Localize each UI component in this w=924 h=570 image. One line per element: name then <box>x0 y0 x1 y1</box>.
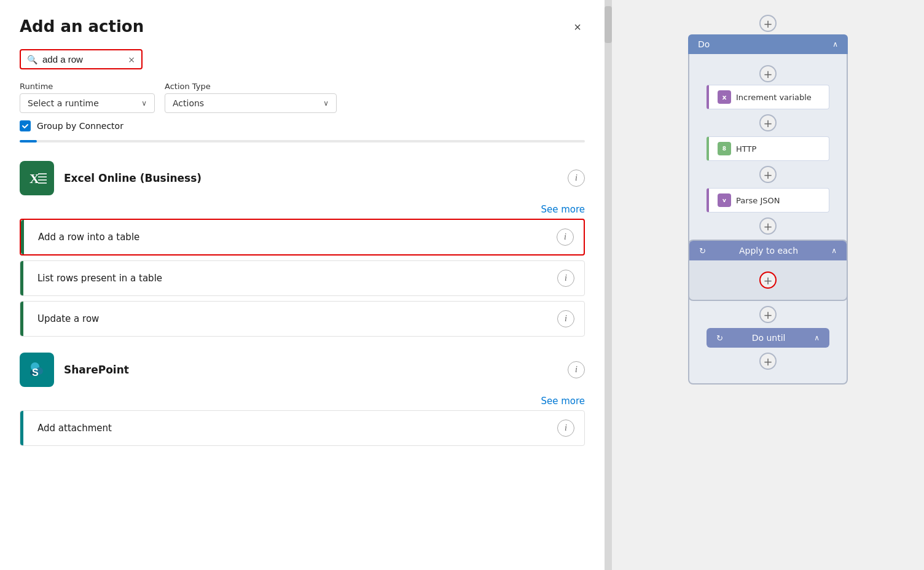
runtime-filter: Runtime Select a runtime ∨ <box>20 82 155 113</box>
action-add-row[interactable]: Add a row into a table i <box>20 219 585 256</box>
sharepoint-see-more[interactable]: See more <box>20 396 585 407</box>
svg-rect-5 <box>38 182 47 184</box>
parse-json-label: Parse JSON <box>736 196 780 205</box>
do-node[interactable]: Do ∧ <box>688 34 848 54</box>
increment-variable-node[interactable]: x Increment variable <box>707 85 829 109</box>
action-add-row-label: Add a row into a table <box>31 232 557 243</box>
do-collapse-icon: ∧ <box>832 40 838 49</box>
sharepoint-icon: S <box>20 353 54 387</box>
action-add-row-info[interactable]: i <box>557 228 574 246</box>
parse-json-node[interactable]: v Parse JSON <box>707 188 829 213</box>
http-label: HTTP <box>736 144 756 154</box>
runtime-select[interactable]: Select a runtime ∨ <box>20 93 155 113</box>
svg-rect-3 <box>38 176 47 178</box>
apply-inner-add[interactable]: + <box>759 271 777 289</box>
excel-see-more[interactable]: See more <box>20 204 585 215</box>
apply-repeat-icon: ↻ <box>699 246 706 256</box>
sharepoint-info-icon[interactable]: i <box>568 361 585 378</box>
checkmark-icon <box>22 122 29 130</box>
apply-to-each-group: ↻ Apply to each ∧ + <box>688 240 848 301</box>
after-increment-add[interactable]: + <box>759 114 777 131</box>
action-add-attachment[interactable]: Add attachment i <box>20 410 585 446</box>
do-until-repeat-icon: ↻ <box>716 334 723 343</box>
after-http-add[interactable]: + <box>759 166 777 183</box>
search-input[interactable] <box>42 54 124 64</box>
group-by-label: Group by Connector <box>37 121 123 131</box>
action-accent <box>21 220 24 254</box>
excel-icon: X <box>20 161 54 195</box>
action-accent-4 <box>20 411 23 445</box>
do-label: Do <box>698 39 710 49</box>
group-by-connector-row: Group by Connector <box>20 120 585 131</box>
search-clear-icon[interactable]: × <box>128 55 135 64</box>
svg-text:S: S <box>32 367 39 378</box>
action-list-rows-info[interactable]: i <box>557 270 574 287</box>
flow-canvas-panel: + Do ∧ + x Increment variable + 8 <box>612 0 924 570</box>
panel-title: Add an action <box>20 17 585 36</box>
search-container: 🔍 × <box>20 49 143 69</box>
action-type-value: Actions <box>173 98 204 108</box>
scrollbar-thumb[interactable] <box>605 6 612 43</box>
flow-canvas: + Do ∧ + x Increment variable + 8 <box>612 0 924 570</box>
action-update-row-label: Update a row <box>30 313 557 324</box>
apply-to-each-label: Apply to each <box>739 246 798 256</box>
http-icon: 8 <box>718 142 731 155</box>
apply-to-each-header[interactable]: ↻ Apply to each ∧ <box>689 241 847 260</box>
search-icon: 🔍 <box>27 55 37 64</box>
runtime-label: Runtime <box>20 82 155 91</box>
action-type-select[interactable]: Actions ∨ <box>165 93 337 113</box>
action-accent-2 <box>20 261 23 295</box>
progress-bar <box>20 140 585 142</box>
action-add-attachment-info[interactable]: i <box>557 420 574 437</box>
action-list-rows-label: List rows present in a table <box>30 273 557 284</box>
do-bottom-add[interactable]: + <box>759 353 777 370</box>
do-until-label: Do until <box>752 333 786 343</box>
svg-rect-2 <box>38 173 47 174</box>
apply-collapse-icon: ∧ <box>831 246 837 255</box>
svg-rect-4 <box>38 179 47 181</box>
runtime-value: Select a runtime <box>28 98 99 108</box>
increment-label: Increment variable <box>736 93 812 102</box>
excel-connector-name: Excel Online (Business) <box>64 172 558 184</box>
do-inner-add-1[interactable]: + <box>759 65 777 82</box>
close-button[interactable]: × <box>568 17 587 37</box>
sharepoint-connector-header: S SharePoint i <box>20 346 585 393</box>
do-until-node[interactable]: ↻ Do until ∧ <box>707 328 829 348</box>
apply-to-each-body: + <box>689 260 847 300</box>
svg-text:X: X <box>29 171 39 186</box>
sharepoint-connector-name: SharePoint <box>64 364 558 376</box>
excel-info-icon[interactable]: i <box>568 170 585 187</box>
after-parse-add[interactable]: + <box>759 217 777 235</box>
increment-icon: x <box>718 90 731 104</box>
do-until-collapse-icon: ∧ <box>814 334 820 342</box>
action-type-label: Action Type <box>165 82 337 91</box>
http-node[interactable]: 8 HTTP <box>707 136 829 161</box>
action-list-rows[interactable]: List rows present in a table i <box>20 260 585 296</box>
action-update-row[interactable]: Update a row i <box>20 301 585 337</box>
scrollbar-track[interactable] <box>605 0 612 570</box>
runtime-chevron: ∨ <box>141 99 147 107</box>
excel-logo-icon: X <box>26 167 48 189</box>
progress-fill <box>20 140 37 142</box>
top-add-button[interactable]: + <box>759 15 777 32</box>
action-type-filter: Action Type Actions ∨ <box>165 82 337 113</box>
sharepoint-logo-icon: S <box>26 359 48 381</box>
action-accent-3 <box>20 302 23 336</box>
action-update-row-info[interactable]: i <box>557 310 574 327</box>
action-add-attachment-label: Add attachment <box>30 423 557 434</box>
add-action-panel: Add an action × 🔍 × Runtime Select a run… <box>0 0 605 570</box>
after-apply-add[interactable]: + <box>759 306 777 323</box>
parse-json-icon: v <box>718 193 731 207</box>
group-by-checkbox[interactable] <box>20 120 31 131</box>
excel-connector-header: X Excel Online (Business) i <box>20 155 585 201</box>
filters-row: Runtime Select a runtime ∨ Action Type A… <box>20 82 585 113</box>
action-type-chevron: ∨ <box>323 99 329 107</box>
